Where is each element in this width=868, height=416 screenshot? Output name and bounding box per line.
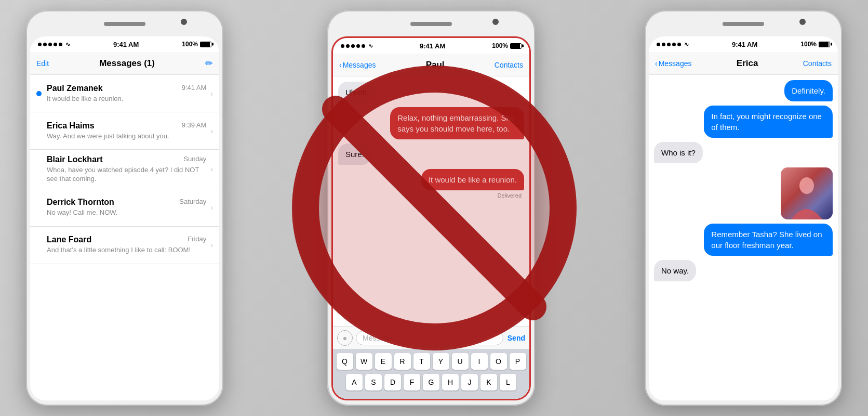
message-header-2: Erica Haims 9:39 AM xyxy=(47,121,206,131)
back-button-right[interactable]: ‹ Messages xyxy=(655,59,691,68)
battery-icon-left xyxy=(200,42,211,47)
wifi-icon: ∿ xyxy=(65,41,70,48)
status-bar-left: ∿ 9:41 AM 100% xyxy=(30,36,219,52)
bubble-row-r2: In fact, you might recognize one of them… xyxy=(654,106,833,138)
contacts-button-right[interactable]: Contacts xyxy=(803,59,832,68)
signal-dot-1 xyxy=(38,43,42,46)
message-item-2[interactable]: Erica Haims 9:39 AM Way. And we were jus… xyxy=(30,112,219,150)
battery-fill-left xyxy=(201,42,210,47)
contacts-button-center[interactable]: Contacts xyxy=(495,61,523,69)
key-d[interactable]: D xyxy=(384,374,401,391)
input-bar-center: ● Message Send xyxy=(333,326,529,349)
battery-fill-center xyxy=(511,44,520,48)
photo-svg xyxy=(781,167,833,219)
message-preview-5: And that's a little something I like to … xyxy=(47,246,206,255)
unread-dot-5 xyxy=(36,242,42,248)
message-time-1: 9:41 AM xyxy=(182,84,207,93)
status-time-left: 9:41 AM xyxy=(113,41,139,48)
phone-right: ∿ 9:41 AM 100% ‹ Messages xyxy=(645,10,842,406)
chat-area-center: Uh-oh. Relax, nothing embarrassing. She … xyxy=(333,76,529,326)
message-item-4[interactable]: Derrick Thornton Saturday No way! Call m… xyxy=(30,189,219,227)
message-header-3: Blair Lockhart Sunday xyxy=(47,155,206,164)
scene: ∿ 9:41 AM 100% Edit Messages (1) ✏ xyxy=(0,0,868,416)
message-item-1[interactable]: Paul Zemanek 9:41 AM It would be like a … xyxy=(30,75,219,112)
signal-dot-3 xyxy=(48,43,52,46)
message-content-3: Blair Lockhart Sunday Whoa, have you wat… xyxy=(47,155,206,184)
signal-dot-c3 xyxy=(351,44,355,48)
unread-dot-2 xyxy=(36,128,42,134)
signal-dot-c4 xyxy=(356,44,360,48)
battery-icon-right xyxy=(819,42,830,47)
delivered-text: Delivered xyxy=(338,192,524,199)
bubble-r3: Who is it? xyxy=(654,142,703,163)
signal-area-c: ∿ xyxy=(341,43,373,49)
signal-area-r: ∿ xyxy=(657,41,689,48)
nav-title-left: Messages (1) xyxy=(99,58,155,69)
key-g[interactable]: G xyxy=(423,374,439,391)
bubble-row-r1: Definitely. xyxy=(654,80,833,101)
chevron-icon-5: › xyxy=(210,241,213,249)
battery-area-center: 100% xyxy=(492,42,522,49)
key-f[interactable]: F xyxy=(404,374,420,391)
phone-camera-center xyxy=(492,19,499,25)
phone-camera-left xyxy=(181,19,187,25)
key-p[interactable]: P xyxy=(510,353,526,370)
send-button-center[interactable]: Send xyxy=(508,334,525,342)
phone-speaker-center xyxy=(410,22,452,26)
key-q[interactable]: Q xyxy=(337,353,353,370)
message-input-center[interactable]: Message xyxy=(356,331,503,345)
key-r[interactable]: R xyxy=(394,353,411,370)
key-e[interactable]: E xyxy=(375,353,392,370)
bubble-r5: Remember Tasha? She lived on our floor f… xyxy=(704,224,833,256)
key-y[interactable]: Y xyxy=(433,353,449,370)
signal-dot-4 xyxy=(54,43,57,46)
bubble-r2: In fact, you might recognize one of them… xyxy=(704,106,833,138)
signal-dot-r5 xyxy=(677,43,681,46)
phone-left-screen: ∿ 9:41 AM 100% Edit Messages (1) ✏ xyxy=(30,36,219,400)
bubble-row-c2: Relax, nothing embarrassing. She says yo… xyxy=(338,107,524,139)
key-o[interactable]: O xyxy=(490,353,507,370)
back-label-right: Messages xyxy=(659,59,692,68)
message-preview-3: Whoa, have you watched episode 4 yet? I … xyxy=(47,166,206,184)
key-a[interactable]: A xyxy=(346,374,363,391)
phone-camera-right xyxy=(799,19,806,25)
signal-dot-r4 xyxy=(672,43,676,46)
message-content-4: Derrick Thornton Saturday No way! Call m… xyxy=(47,198,206,217)
message-name-2: Erica Haims xyxy=(47,121,95,131)
nav-bar-left: Edit Messages (1) ✏ xyxy=(30,52,219,75)
bubble-row-r5: Remember Tasha? She lived on our floor f… xyxy=(654,224,833,256)
message-item-5[interactable]: Lane Foard Friday And that's a little so… xyxy=(30,227,219,264)
key-k[interactable]: K xyxy=(480,374,497,391)
message-item-3[interactable]: Blair Lockhart Sunday Whoa, have you wat… xyxy=(30,150,219,189)
battery-fill-right xyxy=(819,42,829,47)
key-i[interactable]: I xyxy=(471,353,488,370)
bubble-row-r3: Who is it? xyxy=(654,142,833,163)
key-u[interactable]: U xyxy=(452,353,469,370)
key-s[interactable]: S xyxy=(365,374,382,391)
key-j[interactable]: J xyxy=(461,374,478,391)
key-h[interactable]: H xyxy=(442,374,459,391)
message-preview-2: Way. And we were just talking about you. xyxy=(47,132,206,141)
camera-button-center[interactable]: ● xyxy=(337,330,353,346)
phone-left: ∿ 9:41 AM 100% Edit Messages (1) ✏ xyxy=(26,10,223,406)
back-chevron-center: ‹ xyxy=(339,61,342,69)
back-button-center[interactable]: ‹ Messages xyxy=(339,61,376,69)
bubble-row-c4: It would be like a reunion. xyxy=(338,169,524,190)
compose-button[interactable]: ✏ xyxy=(205,58,213,69)
chevron-icon-3: › xyxy=(210,165,213,173)
nav-bar-center: ‹ Messages Paul Contacts xyxy=(333,54,529,76)
phone-center-screen: ∿ 9:41 AM 100% ‹ Messages xyxy=(331,36,531,400)
phone-center: ∿ 9:41 AM 100% ‹ Messages xyxy=(327,10,535,406)
edit-button[interactable]: Edit xyxy=(36,59,49,68)
wifi-icon-c: ∿ xyxy=(368,43,373,49)
message-name-3: Blair Lockhart xyxy=(47,155,103,164)
phone-speaker-left xyxy=(104,22,145,26)
signal-dot-r2 xyxy=(662,43,665,46)
key-l[interactable]: L xyxy=(500,374,516,391)
key-w[interactable]: W xyxy=(356,353,372,370)
message-time-4: Saturday xyxy=(179,198,206,207)
key-t[interactable]: T xyxy=(413,353,430,370)
signal-dot-5 xyxy=(59,43,62,46)
bubble-r6: No way. xyxy=(654,260,696,281)
unread-dot-1 xyxy=(36,91,42,96)
